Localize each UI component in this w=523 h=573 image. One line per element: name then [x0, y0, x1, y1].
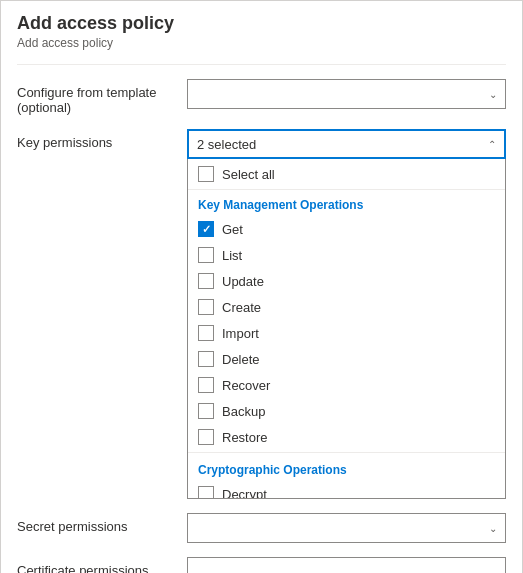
- certificate-permissions-row: Certificate permissions ⌄: [17, 557, 506, 573]
- key-item-create[interactable]: Create: [188, 294, 505, 320]
- certificate-permissions-label: Certificate permissions: [17, 557, 187, 573]
- label-create: Create: [222, 300, 261, 315]
- checkbox-list[interactable]: [198, 247, 214, 263]
- secret-permissions-row: Secret permissions ⌄: [17, 513, 506, 543]
- key-item-restore[interactable]: Restore: [188, 424, 505, 450]
- page-title: Add access policy: [17, 13, 506, 34]
- page-container: Add access policy Add access policy Conf…: [0, 0, 523, 573]
- key-permissions-dropdown-panel: Select all Key Management Operations Get…: [187, 159, 506, 499]
- key-item-import[interactable]: Import: [188, 320, 505, 346]
- label-get: Get: [222, 222, 243, 237]
- label-import: Import: [222, 326, 259, 341]
- secret-permissions-select[interactable]: ⌄: [187, 513, 506, 543]
- key-permissions-label: Key permissions: [17, 129, 187, 150]
- checkbox-restore[interactable]: [198, 429, 214, 445]
- chevron-down-icon-secret: ⌄: [489, 523, 497, 534]
- checkbox-import[interactable]: [198, 325, 214, 341]
- checkbox-get[interactable]: [198, 221, 214, 237]
- select-all-label: Select all: [222, 167, 275, 182]
- checkbox-delete[interactable]: [198, 351, 214, 367]
- key-item-recover[interactable]: Recover: [188, 372, 505, 398]
- configure-template-label: Configure from template (optional): [17, 79, 187, 115]
- chevron-down-icon-cert: ⌄: [489, 567, 497, 574]
- label-decrypt: Decrypt: [222, 487, 267, 500]
- configure-template-select[interactable]: ⌄: [187, 79, 506, 109]
- section-divider: [188, 452, 505, 453]
- select-all-checkbox[interactable]: [198, 166, 214, 182]
- configure-template-row: Configure from template (optional) ⌄: [17, 79, 506, 115]
- key-permissions-select[interactable]: 2 selected ⌃: [187, 129, 506, 159]
- certificate-permissions-control: ⌄: [187, 557, 506, 573]
- secret-permissions-label: Secret permissions: [17, 513, 187, 534]
- label-update: Update: [222, 274, 264, 289]
- key-item-update[interactable]: Update: [188, 268, 505, 294]
- checkbox-backup[interactable]: [198, 403, 214, 419]
- label-recover: Recover: [222, 378, 270, 393]
- key-permissions-selected-text: 2 selected: [197, 137, 256, 152]
- key-item-backup[interactable]: Backup: [188, 398, 505, 424]
- key-item-decrypt[interactable]: Decrypt: [188, 481, 505, 499]
- configure-template-control: ⌄: [187, 79, 506, 109]
- key-permissions-control: 2 selected ⌃ Select all Key Management O…: [187, 129, 506, 499]
- label-list: List: [222, 248, 242, 263]
- chevron-up-icon: ⌃: [488, 139, 496, 150]
- label-backup: Backup: [222, 404, 265, 419]
- key-permissions-row: Key permissions 2 selected ⌃ Select all …: [17, 129, 506, 499]
- label-restore: Restore: [222, 430, 268, 445]
- page-subtitle: Add access policy: [17, 36, 506, 50]
- key-item-list[interactable]: List: [188, 242, 505, 268]
- key-item-delete[interactable]: Delete: [188, 346, 505, 372]
- key-management-header: Key Management Operations: [188, 190, 505, 216]
- secret-permissions-control: ⌄: [187, 513, 506, 543]
- cryptographic-header: Cryptographic Operations: [188, 455, 505, 481]
- key-item-get[interactable]: Get: [188, 216, 505, 242]
- checkbox-update[interactable]: [198, 273, 214, 289]
- checkbox-decrypt[interactable]: [198, 486, 214, 499]
- checkbox-recover[interactable]: [198, 377, 214, 393]
- top-divider: [17, 64, 506, 65]
- chevron-down-icon: ⌄: [489, 89, 497, 100]
- checkbox-create[interactable]: [198, 299, 214, 315]
- certificate-permissions-select[interactable]: ⌄: [187, 557, 506, 573]
- select-all-item[interactable]: Select all: [188, 159, 505, 190]
- label-delete: Delete: [222, 352, 260, 367]
